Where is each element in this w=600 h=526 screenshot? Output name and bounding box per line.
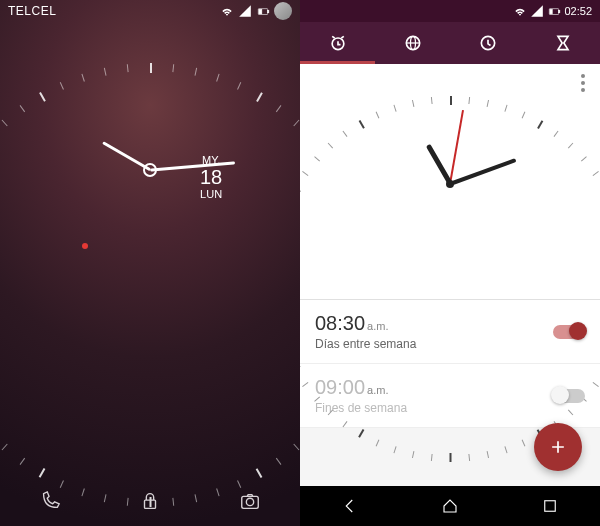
alarm-toggle[interactable] bbox=[553, 325, 585, 339]
battery-icon bbox=[547, 4, 561, 18]
carrier-label: TELCEL bbox=[8, 4, 56, 18]
clock-tabs bbox=[300, 22, 600, 64]
signal-icon bbox=[238, 4, 252, 18]
alarm-ampm: a.m. bbox=[367, 384, 388, 396]
tab-alarm[interactable] bbox=[300, 22, 375, 64]
alarm-time: 08:30 bbox=[315, 312, 365, 334]
lockscreen-clock: MY. 18 LUN bbox=[35, 55, 265, 285]
svg-rect-7 bbox=[559, 10, 560, 12]
tab-clock[interactable] bbox=[450, 22, 525, 64]
alarm-label: Días entre semana bbox=[315, 337, 416, 351]
svg-rect-2 bbox=[259, 9, 262, 14]
back-icon[interactable] bbox=[341, 497, 359, 515]
battery-icon bbox=[256, 4, 270, 18]
lockscreen-shortcuts bbox=[0, 476, 300, 526]
alarm-ampm: a.m. bbox=[367, 320, 388, 332]
svg-rect-13 bbox=[545, 501, 556, 512]
plus-icon bbox=[548, 437, 568, 457]
status-icons-right: 02:52 bbox=[513, 4, 592, 18]
add-alarm-button[interactable] bbox=[534, 423, 582, 471]
overflow-menu-icon[interactable] bbox=[581, 74, 585, 92]
alarm-info: 08:30a.m. Días entre semana bbox=[315, 312, 416, 351]
app-clock-face bbox=[355, 89, 545, 279]
tab-timer[interactable] bbox=[525, 22, 600, 64]
tab-world[interactable] bbox=[375, 22, 450, 64]
status-time: 02:52 bbox=[564, 5, 592, 17]
date-block: MY. 18 LUN bbox=[200, 154, 222, 200]
lock-icon[interactable] bbox=[139, 490, 161, 512]
clock-app: 02:52 08:30a.m. Días entre semana bbox=[300, 0, 600, 526]
wifi-icon bbox=[220, 4, 234, 18]
alarm-info: 09:00a.m. Fines de semana bbox=[315, 376, 407, 415]
phone-icon[interactable] bbox=[39, 490, 61, 512]
date-month: MY. bbox=[200, 154, 222, 166]
lockscreen: TELCEL MY. 18 LUN bbox=[0, 0, 300, 526]
camera-icon[interactable] bbox=[239, 490, 261, 512]
svg-rect-1 bbox=[268, 10, 269, 12]
minute-hand bbox=[449, 158, 516, 186]
home-icon[interactable] bbox=[441, 497, 459, 515]
clock-face-area bbox=[300, 64, 600, 299]
date-day: 18 bbox=[200, 166, 222, 188]
status-bar-left: TELCEL bbox=[0, 0, 300, 22]
clock-center bbox=[446, 180, 454, 188]
hour-hand bbox=[425, 144, 452, 185]
clock-center bbox=[143, 163, 157, 177]
avatar[interactable] bbox=[274, 2, 292, 20]
alarm-item[interactable]: 09:00a.m. Fines de semana bbox=[300, 364, 600, 428]
second-hand bbox=[449, 110, 464, 184]
svg-rect-8 bbox=[550, 9, 552, 14]
status-bar-right: 02:52 bbox=[300, 0, 600, 22]
status-icons-left bbox=[220, 2, 292, 20]
svg-point-5 bbox=[246, 498, 253, 505]
svg-rect-3 bbox=[145, 500, 156, 508]
android-nav-bar bbox=[300, 486, 600, 526]
alarm-toggle[interactable] bbox=[553, 389, 585, 403]
alarm-time: 09:00 bbox=[315, 376, 365, 398]
date-dow: LUN bbox=[200, 188, 222, 200]
alarm-item[interactable]: 08:30a.m. Días entre semana bbox=[300, 300, 600, 364]
notification-dot bbox=[82, 243, 88, 249]
wifi-icon bbox=[513, 4, 527, 18]
recent-icon[interactable] bbox=[541, 497, 559, 515]
signal-icon bbox=[530, 4, 544, 18]
